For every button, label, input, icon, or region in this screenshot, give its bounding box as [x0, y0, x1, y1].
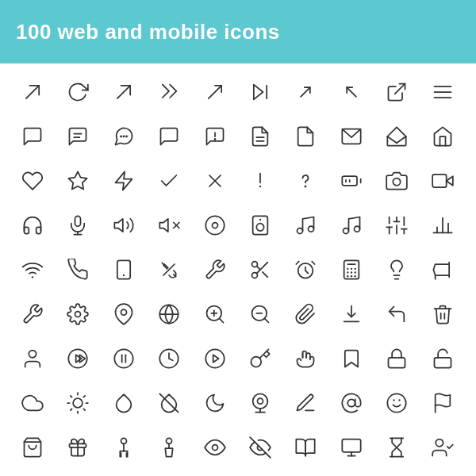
icon-settings[interactable]: [57, 294, 98, 335]
icon-document[interactable]: [240, 116, 281, 157]
icon-hourglass[interactable]: [376, 427, 417, 468]
icon-envelope-open[interactable]: [376, 116, 417, 157]
icon-cloud[interactable]: [12, 382, 53, 424]
icon-skip-forward[interactable]: [240, 71, 281, 113]
icon-calendar[interactable]: [285, 471, 326, 476]
icon-paperclip[interactable]: [285, 294, 326, 335]
icon-newspaper[interactable]: [422, 471, 463, 476]
icon-document-blank[interactable]: [285, 116, 326, 157]
icon-eye[interactable]: [194, 427, 236, 468]
icon-layout[interactable]: [194, 471, 236, 476]
icon-droplet-slash[interactable]: [148, 382, 190, 424]
icon-basket[interactable]: [12, 427, 53, 468]
icon-arrow-external[interactable]: [376, 71, 417, 113]
icon-double-chevron[interactable]: [148, 71, 190, 113]
icon-equalizer[interactable]: [376, 205, 417, 246]
icon-wrench[interactable]: [12, 294, 53, 335]
icon-trophy[interactable]: [331, 471, 372, 476]
icon-zoom-out[interactable]: [240, 294, 281, 335]
icon-plug[interactable]: [148, 249, 190, 290]
icon-music-notes[interactable]: [331, 205, 372, 246]
icon-music-note[interactable]: [285, 205, 326, 246]
icon-exclamation[interactable]: [240, 160, 281, 202]
icon-dollar-circle[interactable]: [240, 471, 281, 476]
icon-image[interactable]: [103, 471, 144, 476]
icon-trash[interactable]: [422, 294, 463, 335]
icon-droplet[interactable]: [103, 382, 144, 424]
icon-mobile-phone[interactable]: [103, 249, 144, 290]
icon-play-circle[interactable]: [194, 338, 236, 379]
icon-fast-forward-circle[interactable]: [57, 338, 98, 379]
icon-checkmark[interactable]: [148, 160, 190, 202]
icon-pause-circle[interactable]: [103, 338, 144, 379]
icon-disc[interactable]: [194, 205, 236, 246]
icon-open-book[interactable]: [285, 427, 326, 468]
icon-monitor[interactable]: [331, 427, 372, 468]
icon-wifi[interactable]: [12, 249, 53, 290]
icon-refresh[interactable]: [57, 71, 98, 113]
icon-shield[interactable]: [376, 471, 417, 476]
icon-scissors[interactable]: [240, 249, 281, 290]
icon-lock-closed[interactable]: [376, 338, 417, 379]
icon-sun[interactable]: [57, 382, 98, 424]
icon-webcam[interactable]: [240, 382, 281, 424]
icon-lightbulb[interactable]: [376, 249, 417, 290]
icon-download[interactable]: [331, 294, 372, 335]
icon-zoom-in[interactable]: [194, 294, 236, 335]
icon-chat-oval[interactable]: [12, 116, 53, 157]
icon-person-male[interactable]: [103, 427, 144, 468]
icon-reply[interactable]: [376, 294, 417, 335]
icon-video-camera[interactable]: [422, 160, 463, 202]
icon-megaphone[interactable]: [422, 249, 463, 290]
icon-alarm-clock[interactable]: [285, 249, 326, 290]
icon-moon[interactable]: [194, 382, 236, 424]
icon-battery[interactable]: [331, 160, 372, 202]
icon-bookmark[interactable]: [331, 338, 372, 379]
icon-clock-2[interactable]: [12, 471, 53, 476]
icon-camera[interactable]: [376, 160, 417, 202]
icon-speaker[interactable]: [240, 205, 281, 246]
icon-close[interactable]: [194, 160, 236, 202]
icon-chat-square[interactable]: [148, 116, 190, 157]
icon-key[interactable]: [240, 338, 281, 379]
icon-arrow-up-right[interactable]: [103, 71, 144, 113]
icon-eye-slash[interactable]: [240, 427, 281, 468]
icon-lightning-bolt[interactable]: [103, 160, 144, 202]
icon-tool[interactable]: [194, 249, 236, 290]
icon-arrows-multi[interactable]: [422, 71, 463, 113]
icon-gift[interactable]: [57, 427, 98, 468]
icon-clock[interactable]: [148, 338, 190, 379]
icon-users-exchange[interactable]: [422, 427, 463, 468]
icon-bar-chart[interactable]: [422, 205, 463, 246]
icon-phone[interactable]: [57, 249, 98, 290]
icon-pencil[interactable]: [285, 382, 326, 424]
icon-chat-dots[interactable]: [103, 116, 144, 157]
icon-envelope-closed[interactable]: [331, 116, 372, 157]
icon-briefcase[interactable]: [148, 471, 190, 476]
icon-headset[interactable]: [12, 205, 53, 246]
icon-flag[interactable]: [422, 382, 463, 424]
icon-person-female[interactable]: [148, 427, 190, 468]
icon-star[interactable]: [57, 160, 98, 202]
icon-user[interactable]: [12, 338, 53, 379]
icon-hand-pointer[interactable]: [285, 338, 326, 379]
icon-arrow-diagonal[interactable]: [12, 71, 53, 113]
icon-question-mark[interactable]: [285, 160, 326, 202]
icon-arrow-up-left[interactable]: [331, 71, 372, 113]
icon-globe[interactable]: [148, 294, 190, 335]
icon-chat-alert[interactable]: [194, 116, 236, 157]
icon-smiley-face[interactable]: [376, 382, 417, 424]
icon-home[interactable]: [422, 116, 463, 157]
icon-chat-lines[interactable]: [57, 116, 98, 157]
icon-arrow-corner[interactable]: [194, 71, 236, 113]
icon-heart[interactable]: [12, 160, 53, 202]
icon-lock-open[interactable]: [422, 338, 463, 379]
icon-location-pin[interactable]: [103, 294, 144, 335]
icon-stopwatch[interactable]: [57, 471, 98, 476]
icon-calculator[interactable]: [331, 249, 372, 290]
icon-arrow-up-right-2[interactable]: [285, 71, 326, 113]
icon-volume-mute[interactable]: [148, 205, 190, 246]
icon-volume[interactable]: [103, 205, 144, 246]
icon-microphone[interactable]: [57, 205, 98, 246]
icon-at-sign[interactable]: [331, 382, 372, 424]
